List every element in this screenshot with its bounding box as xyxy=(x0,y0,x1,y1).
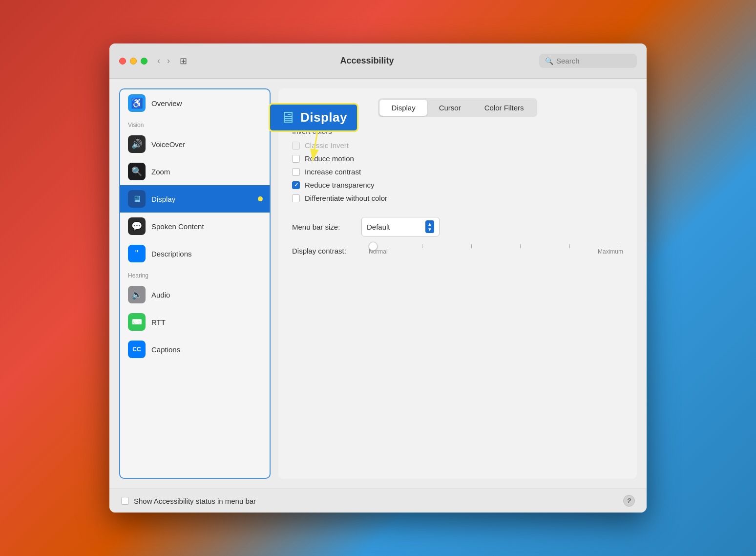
slider-max-label: Maximum xyxy=(598,248,623,255)
right-panel-wrapper: 🖥 Display Display Cursor xyxy=(278,88,637,479)
help-button[interactable]: ? xyxy=(623,495,635,507)
sidebar-item-label: Spoken Content xyxy=(151,222,204,231)
audio-icon: 🔈 xyxy=(128,286,146,303)
sidebar-item-label: Display xyxy=(151,195,175,203)
increase-contrast-checkbox[interactable] xyxy=(292,168,300,176)
increase-contrast-label: Increase contrast xyxy=(305,168,361,176)
rtt-icon: ⌨ xyxy=(128,313,146,331)
sidebar-item-label: Captions xyxy=(151,345,180,354)
slider-tick xyxy=(471,244,472,248)
classic-invert-row: Classic Invert xyxy=(292,141,623,150)
sidebar-item-overview[interactable]: ♿ Overview xyxy=(120,89,270,117)
display-contrast-label: Display contrast: xyxy=(292,247,363,255)
reduce-transparency-checkbox[interactable] xyxy=(292,181,300,189)
menu-bar-size-select[interactable]: Default ▲ ▼ xyxy=(361,217,440,236)
maximize-button[interactable] xyxy=(141,58,147,64)
tab-display[interactable]: Display xyxy=(379,100,427,116)
search-icon: 🔍 xyxy=(545,57,553,65)
sidebar-item-display[interactable]: 🖥 Display xyxy=(120,185,270,213)
traffic-lights xyxy=(119,58,147,64)
classic-invert-label: Classic Invert xyxy=(305,141,349,150)
menu-bar-size-value: Default xyxy=(367,223,421,231)
grid-icon[interactable]: ⊞ xyxy=(180,56,187,66)
sidebar-item-audio[interactable]: 🔈 Audio xyxy=(120,281,270,308)
sidebar-item-voiceover[interactable]: 🔊 VoiceOver xyxy=(120,130,270,158)
close-button[interactable] xyxy=(119,58,126,64)
sidebar-item-label: Audio xyxy=(151,291,170,299)
reduce-motion-row: Reduce motion xyxy=(292,154,623,163)
search-box[interactable]: 🔍 xyxy=(539,54,637,68)
reduce-motion-checkbox[interactable] xyxy=(292,155,300,163)
titlebar: ‹ › ⊞ Accessibility 🔍 xyxy=(109,43,647,79)
reduce-transparency-label: Reduce transparency xyxy=(305,181,375,189)
sidebar-item-zoom[interactable]: 🔍 Zoom xyxy=(120,158,270,185)
window-title: Accessibility xyxy=(195,56,539,66)
overview-icon: ♿ xyxy=(128,94,146,112)
minimize-button[interactable] xyxy=(130,58,137,64)
slider-tick xyxy=(422,244,422,248)
tabs-row: Display Cursor Color Filters xyxy=(378,98,537,117)
slider-tick xyxy=(569,244,570,248)
slider-tick xyxy=(520,244,521,248)
hearing-section-header: Hearing xyxy=(120,267,270,281)
spoken-content-icon: 💬 xyxy=(128,217,146,235)
right-panel: Display Cursor Color Filters Invert colo… xyxy=(278,88,637,479)
sidebar-item-label: Overview xyxy=(151,99,182,107)
increase-contrast-row: Increase contrast xyxy=(292,168,623,176)
menu-bar-size-label: Menu bar size: xyxy=(292,223,356,231)
vision-section-header: Vision xyxy=(120,117,270,130)
voiceover-icon: 🔊 xyxy=(128,135,146,153)
sidebar-item-label: Zoom xyxy=(151,168,170,176)
differentiate-without-color-row: Differentiate without color xyxy=(292,194,623,202)
status-menu-bar-checkbox[interactable] xyxy=(121,497,129,505)
active-indicator xyxy=(258,196,263,201)
sidebar: ♿ Overview Vision 🔊 VoiceOver 🔍 Zoom xyxy=(119,88,271,479)
zoom-icon: 🔍 xyxy=(128,163,146,180)
sidebar-item-rtt[interactable]: ⌨ RTT xyxy=(120,308,270,336)
sidebar-item-label: Descriptions xyxy=(151,250,192,258)
classic-invert-checkbox[interactable] xyxy=(292,142,300,150)
display-icon: 🖥 xyxy=(128,190,146,208)
sidebar-item-captions[interactable]: CC Captions xyxy=(120,336,270,363)
sidebar-item-label: VoiceOver xyxy=(151,140,185,149)
tab-cursor[interactable]: Cursor xyxy=(427,100,473,116)
captions-icon: CC xyxy=(128,341,146,358)
reduce-transparency-row: Reduce transparency xyxy=(292,181,623,189)
descriptions-icon: " xyxy=(128,245,146,262)
tab-color-filters[interactable]: Color Filters xyxy=(473,100,536,116)
sidebar-item-descriptions[interactable]: " Descriptions xyxy=(120,240,270,267)
differentiate-without-color-checkbox[interactable] xyxy=(292,194,300,202)
nav-arrows: ‹ › xyxy=(155,55,172,67)
select-arrows-icon: ▲ ▼ xyxy=(425,220,434,233)
reduce-motion-label: Reduce motion xyxy=(305,154,354,163)
search-input[interactable] xyxy=(556,57,631,65)
sidebar-item-spoken-content[interactable]: 💬 Spoken Content xyxy=(120,213,270,240)
status-menu-bar-label: Show Accessibility status in menu bar xyxy=(134,497,623,505)
slider-tick xyxy=(619,244,619,248)
forward-arrow[interactable]: › xyxy=(165,55,172,67)
invert-colors-label: Invert colors xyxy=(292,127,623,135)
menu-bar-size-row: Menu bar size: Default ▲ ▼ xyxy=(292,217,623,236)
main-content: ♿ Overview Vision 🔊 VoiceOver 🔍 Zoom xyxy=(109,79,647,489)
display-contrast-row: Display contrast: xyxy=(292,246,623,255)
slider-thumb[interactable] xyxy=(369,242,378,251)
sidebar-item-label: RTT xyxy=(151,318,166,326)
differentiate-without-color-label: Differentiate without color xyxy=(305,194,387,202)
bottom-bar: Show Accessibility status in menu bar ? xyxy=(109,489,647,513)
back-arrow[interactable]: ‹ xyxy=(155,55,162,67)
